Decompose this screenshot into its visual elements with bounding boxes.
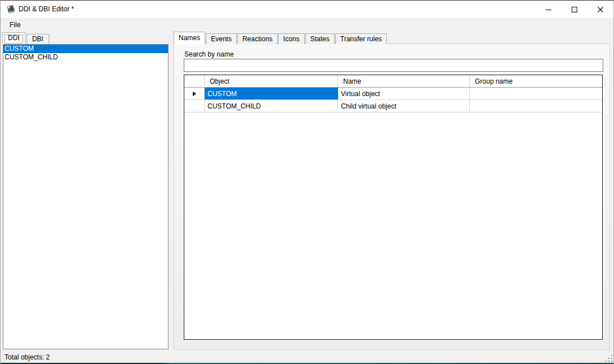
app-icon [6, 5, 16, 14]
list-item-custom-child[interactable]: CUSTOM_CHILD [3, 53, 168, 62]
tab-names[interactable]: Names [174, 32, 205, 44]
app-window: DDI & DBI Editor * File DDI DBI CUSTOM C [0, 0, 614, 364]
window-title: DDI & DBI Editor * [19, 5, 74, 13]
objects-grid: Object Name Group name CUSTOM Virtual ob… [184, 75, 603, 340]
tab-dbi-label: DBI [32, 35, 44, 43]
cell-object[interactable]: CUSTOM [205, 88, 338, 99]
tab-states[interactable]: States [305, 33, 335, 44]
row-header-cell[interactable] [184, 88, 205, 99]
maximize-button[interactable] [561, 1, 587, 18]
close-button[interactable] [587, 1, 613, 18]
tab-events[interactable]: Events [206, 33, 237, 44]
status-bar: Total objects: 2 [1, 351, 613, 363]
menu-bar: File [1, 18, 613, 32]
search-input[interactable] [184, 59, 603, 72]
focus-rectangle [5, 34, 23, 44]
resize-grip-icon[interactable] [606, 355, 612, 362]
cell-group-name[interactable] [470, 100, 602, 112]
left-tab-strip: DDI DBI [2, 32, 50, 44]
grid-header-rowselector[interactable] [184, 75, 205, 87]
minimize-button[interactable] [535, 1, 561, 18]
object-listbox[interactable]: CUSTOM CUSTOM_CHILD [3, 44, 168, 349]
tab-ddi[interactable]: DDI [2, 32, 25, 44]
right-tab-strip: Names Events Reactions Icons States Tran… [174, 32, 387, 44]
tab-dbi[interactable]: DBI [27, 34, 49, 44]
grid-header-name[interactable]: Name [338, 75, 470, 87]
table-row[interactable]: CUSTOM Virtual object [184, 88, 602, 100]
menu-file[interactable]: File [5, 19, 25, 31]
table-row[interactable]: CUSTOM_CHILD Child virtual object [184, 100, 602, 112]
row-header-cell[interactable] [184, 100, 205, 112]
grid-header-group-name[interactable]: Group name [470, 75, 602, 87]
cell-object[interactable]: CUSTOM_CHILD [205, 100, 338, 112]
tab-transfer-rules[interactable]: Transfer rules [335, 33, 387, 44]
grid-header-row: Object Name Group name [184, 75, 602, 88]
maximize-icon [570, 5, 579, 14]
cell-group-name[interactable] [470, 88, 602, 99]
current-row-arrow-icon [193, 92, 196, 96]
cell-name[interactable]: Child virtual object [338, 100, 470, 112]
tab-reactions[interactable]: Reactions [237, 33, 278, 44]
tab-icons[interactable]: Icons [278, 33, 305, 44]
list-item-custom[interactable]: CUSTOM [3, 45, 168, 53]
total-objects-label: Total objects: 2 [1, 353, 50, 361]
title-bar[interactable]: DDI & DBI Editor * [1, 1, 613, 18]
grid-header-object[interactable]: Object [205, 75, 338, 87]
close-icon [596, 5, 605, 14]
cell-name[interactable]: Virtual object [338, 88, 470, 99]
search-by-name-label: Search by name [184, 50, 234, 58]
minimize-icon [544, 5, 553, 14]
